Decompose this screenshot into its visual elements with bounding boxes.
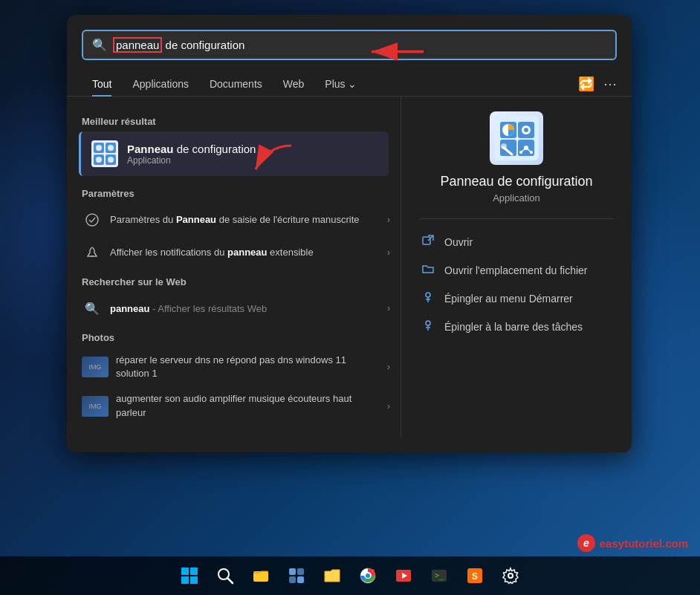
action-open-location[interactable]: Ouvrir l'emplacement du fichier — [419, 256, 614, 285]
left-panel: Meilleur résultat — [67, 97, 401, 438]
search-bar-wrapper: 🔍 panneau de configuration — [67, 30, 632, 72]
svg-rect-42 — [289, 576, 296, 583]
taskbar-settings[interactable] — [494, 559, 527, 592]
photo-item-2[interactable]: IMG augmenter son audio amplifier musiqu… — [67, 386, 401, 425]
web-item-chevron: › — [387, 303, 390, 313]
pin-taskbar-icon — [419, 319, 437, 335]
svg-line-38 — [227, 578, 233, 583]
svg-point-7 — [96, 145, 102, 151]
red-arrow-result — [238, 139, 297, 176]
photo-item-1[interactable]: IMG réparer le serveur dns ne répond pas… — [67, 348, 401, 386]
svg-point-31 — [426, 293, 430, 297]
tab-web[interactable]: Web — [273, 72, 315, 96]
search-input[interactable]: panneau de configuration — [113, 37, 606, 53]
tab-plus[interactable]: Plus ⌄ — [314, 72, 367, 96]
open-icon — [419, 234, 437, 250]
right-divider — [419, 218, 614, 219]
action-open-label: Ouvrir — [444, 236, 473, 248]
params-icon-2 — [82, 242, 103, 263]
photo-item-2-text: augmenter son audio amplifier musique éc… — [116, 392, 380, 419]
photo-thumb-1: IMG — [82, 357, 108, 377]
action-pin-taskbar-label: Épingler à la barre des tâches — [444, 321, 583, 333]
taskbar-media-player[interactable] — [387, 559, 420, 592]
right-panel: Panneau de configuration Application Ouv… — [401, 97, 632, 438]
web-item[interactable]: 🔍 panneau - Afficher les résultats Web › — [67, 292, 401, 325]
tab-documents[interactable]: Documents — [199, 72, 273, 96]
search-rest: de configuration — [162, 39, 244, 51]
web-search-icon: 🔍 — [82, 298, 103, 319]
params-item-1-text: Paramètres du Panneau de saisie de l'écr… — [110, 213, 380, 227]
svg-text:S: S — [472, 571, 478, 582]
search-bar[interactable]: 🔍 panneau de configuration — [82, 30, 617, 60]
taskbar-search[interactable] — [209, 559, 242, 592]
photo-item-1-text: réparer le serveur dns ne répond pas dns… — [116, 354, 380, 380]
tab-applications[interactable]: Applications — [122, 72, 199, 96]
photo-item-2-chevron: › — [387, 401, 390, 412]
svg-text:>_: >_ — [435, 571, 444, 580]
taskbar-icons-group: ! >_ S — [173, 559, 527, 592]
params-item-1-chevron: › — [387, 215, 390, 225]
control-panel-icon-small — [91, 140, 118, 167]
best-result-item[interactable]: Panneau de configuration Application — [79, 131, 389, 176]
best-result-text: Panneau de configuration Application — [127, 143, 256, 166]
params-item-1[interactable]: Paramètres du Panneau de saisie de l'écr… — [67, 204, 401, 236]
main-content: Meilleur résultat — [67, 97, 632, 438]
svg-rect-35 — [181, 576, 189, 584]
watermark-text: easytutoriel.com — [600, 537, 688, 550]
svg-rect-43 — [297, 576, 304, 583]
right-app-title: Panneau de configuration — [440, 174, 592, 189]
web-section-title: Rechercher sur le Web — [67, 269, 401, 292]
svg-point-47 — [366, 573, 370, 578]
svg-point-21 — [524, 128, 528, 132]
search-icon: 🔍 — [92, 38, 107, 52]
taskbar-widgets[interactable] — [280, 559, 313, 592]
svg-point-8 — [108, 145, 114, 151]
right-app-icon — [490, 111, 543, 165]
best-result-subtitle: Application — [127, 155, 256, 166]
photo-item-1-chevron: › — [387, 362, 390, 372]
svg-point-23 — [501, 143, 507, 149]
right-app-subtitle: Application — [493, 192, 540, 204]
svg-point-32 — [426, 321, 430, 325]
watermark-logo: e — [577, 534, 595, 552]
svg-rect-29 — [423, 237, 430, 244]
action-pin-start-label: Épingler au menu Démarrer — [444, 293, 573, 305]
svg-point-12 — [86, 214, 98, 226]
taskbar-folder[interactable] — [316, 559, 349, 592]
svg-rect-36 — [190, 576, 198, 584]
svg-rect-40 — [289, 568, 296, 575]
pin-start-icon — [419, 290, 437, 307]
action-open[interactable]: Ouvrir — [419, 228, 614, 256]
action-pin-start[interactable]: Épingler au menu Démarrer — [419, 285, 614, 313]
folder-open-icon — [419, 262, 437, 279]
params-item-2-text: Afficher les notifications du panneau ex… — [110, 246, 380, 259]
tab-tout[interactable]: Tout — [82, 72, 122, 96]
params-item-2-chevron: › — [387, 247, 390, 258]
taskbar-windows-start[interactable] — [173, 559, 206, 592]
share-icon[interactable]: 🔁 — [578, 76, 594, 92]
params-icon-1 — [82, 209, 103, 230]
taskbar-sublime[interactable]: S — [458, 559, 491, 592]
action-open-location-label: Ouvrir l'emplacement du fichier — [444, 264, 588, 276]
svg-point-9 — [96, 157, 102, 163]
svg-point-10 — [108, 157, 114, 163]
search-highlight: panneau — [113, 37, 162, 53]
taskbar-terminal[interactable]: >_ — [423, 559, 456, 592]
svg-rect-34 — [190, 568, 198, 575]
svg-rect-33 — [181, 568, 189, 575]
taskbar-chrome[interactable]: ! — [351, 559, 384, 592]
web-item-text: panneau - Afficher les résultats Web — [110, 303, 380, 314]
action-pin-taskbar[interactable]: Épingler à la barre des tâches — [419, 313, 614, 341]
photo-thumb-2: IMG — [82, 396, 108, 417]
more-icon[interactable]: ⋯ — [603, 76, 617, 92]
taskbar: ! >_ S — [0, 556, 700, 595]
params-item-2[interactable]: Afficher les notifications du panneau ex… — [67, 236, 401, 269]
svg-text:!: ! — [372, 570, 372, 573]
best-result-title: Panneau de configuration — [127, 143, 256, 155]
taskbar-file-explorer[interactable] — [244, 559, 277, 592]
svg-point-56 — [508, 573, 513, 578]
search-panel: 🔍 panneau de configuration Tout Applicat… — [67, 15, 632, 452]
tabs-row: Tout Applications Documents Web Plus ⌄ 🔁… — [67, 72, 632, 97]
tabs-right-actions: 🔁 ⋯ — [578, 76, 617, 92]
svg-rect-41 — [297, 568, 304, 575]
